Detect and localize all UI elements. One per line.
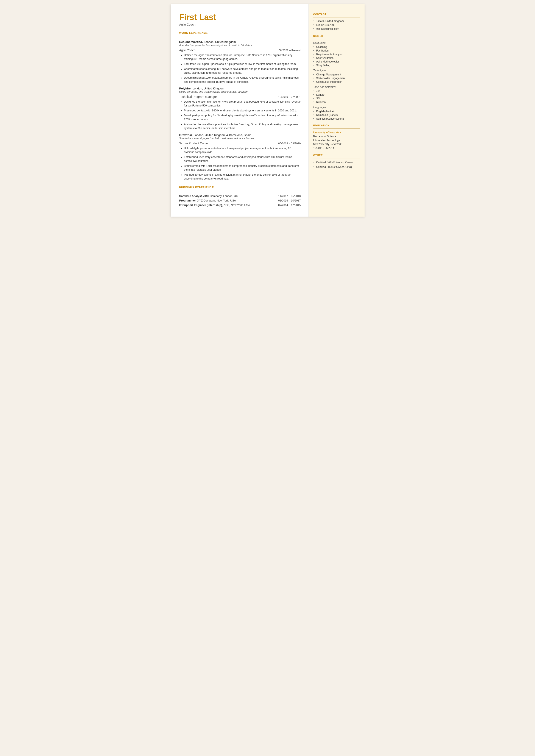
job-2-company-line: Polyhire, London, United Kingdom [179, 86, 301, 90]
job-3-dates: 06/2018 – 09/2019 [278, 142, 300, 145]
job-1-location: London, United Kingdom [204, 40, 236, 43]
job-1: Resume Worded, London, United Kingdom A … [179, 40, 301, 84]
hard-skills-label: Hard Skills: [313, 42, 360, 44]
hard-skill-2: Facilitation [313, 49, 360, 52]
skills-section: SKILLS Hard Skills: Coaching Facilitatio… [313, 35, 360, 120]
job-2: Polyhire, London, United Kingdom Helps p… [179, 86, 301, 130]
job-1-row: Agile Coach 08/2021 – Present [179, 48, 301, 52]
contact-section: CONTACT Salford, United Kingdom +44 1234… [313, 13, 360, 30]
job-2-bullets: Designed the user interface for RW's pil… [179, 100, 301, 130]
previous-experience-header: PREVIOUS EXPERIENCE [179, 186, 301, 189]
prev-job-3-company: ABC, New York, USA [223, 204, 250, 207]
job-2-bullet-3: Developed group policy for file sharing … [184, 114, 301, 121]
other-section: OTHER Certified SAFe® Product Owner Cert… [313, 154, 360, 169]
job-3-bullet-2: Established user story acceptance standa… [184, 155, 301, 163]
prev-job-3-dates: 07/2014 – 12/2015 [278, 204, 300, 207]
prev-job-2-row: Programmer, XYZ Company, New York, USA 0… [179, 199, 301, 202]
prev-job-2-company: XYZ Company, New York, USA [196, 199, 236, 202]
contact-phone: +44 1234567890 [313, 23, 360, 26]
other-list: Certified SAFe® Product Owner Certified … [313, 160, 360, 169]
technique-3: Continuous Integration [313, 80, 360, 83]
tools-list: Jira Kanban SQL Rubicon [313, 90, 360, 104]
techniques-label: Techniques: [313, 69, 360, 72]
edu-field: Information Technology [313, 138, 360, 142]
edu-degree: Bachelor of Science [313, 134, 360, 138]
job-1-bullets: Defined the agile transformation plan fo… [179, 53, 301, 84]
contact-header: CONTACT [313, 13, 360, 15]
job-3-title: Scrum Product Owner [179, 142, 209, 145]
work-divider [179, 37, 301, 37]
job-2-dates: 10/2019 – 07/2021 [278, 96, 300, 98]
resume-container: First Last Agile Coach WORK EXPERIENCE R… [171, 4, 365, 216]
job-3-bullet-1: Utilized Agile procedures to foster a tr… [184, 146, 301, 154]
prev-job-1-title: Software Analyst, [179, 194, 203, 198]
languages-label: Languages: [313, 106, 360, 109]
job-1-bullet-1: Defined the agile transformation plan fo… [184, 53, 301, 61]
technique-2: Stakeholder Engagement [313, 77, 360, 80]
job-1-bullet-4: Decommissioned 120+ outdated servers in … [184, 76, 301, 84]
language-1: English (Native) [313, 110, 360, 113]
job-2-row: Technical Program Manager 10/2019 – 07/2… [179, 95, 301, 98]
job-1-desc: A lender that provides home equity lines… [179, 44, 301, 47]
job-1-bullet-3: Coordinated efforts among 40+ software d… [184, 67, 301, 75]
hard-skill-3: Requirements Analysis [313, 53, 360, 56]
previous-experience-section: PREVIOUS EXPERIENCE Software Analyst, AB… [179, 186, 301, 207]
prev-divider [179, 191, 301, 191]
prev-job-1-left: Software Analyst, ABC Company, London, U… [179, 194, 238, 198]
job-3-bullets: Utilized Agile procedures to foster a tr… [179, 146, 301, 181]
hard-skill-5: Agile Methodologies [313, 60, 360, 63]
job-1-company: Resume Worded, [179, 40, 203, 43]
job-2-title: Technical Program Manager [179, 95, 217, 98]
hard-skill-1: Coaching [313, 45, 360, 48]
contact-divider [313, 17, 360, 17]
other-divider [313, 158, 360, 158]
languages-list: English (Native) Romanian (Native) Spani… [313, 110, 360, 120]
contact-address: Salford, United Kingdom [313, 20, 360, 23]
tool-3: SQL [313, 97, 360, 100]
other-item-2: Certified Product Owner (CPO) [313, 165, 360, 169]
skills-divider [313, 39, 360, 39]
job-2-desc: Helps personal, and wealth clients build… [179, 90, 301, 93]
job-3-company-line: Growthsi, London, United Kingdom & Barce… [179, 133, 301, 137]
contact-list: Salford, United Kingdom +44 1234567890 f… [313, 20, 360, 30]
prev-job-2-dates: 01/2016 – 10/2017 [278, 199, 300, 202]
education-divider [313, 128, 360, 129]
job-3-bullet-4: Planned 30-day sprints in a time-efficie… [184, 173, 301, 181]
tool-1: Jira [313, 90, 360, 93]
edu-school: University of New York [313, 131, 360, 134]
title: Agile Coach [179, 23, 301, 26]
job-1-company-line: Resume Worded, London, United Kingdom [179, 40, 301, 44]
job-3-bullet-3: Brainstormed with 140+ stakeholders to c… [184, 164, 301, 172]
job-2-bullet-1: Designed the user interface for RW's pil… [184, 100, 301, 107]
right-column: CONTACT Salford, United Kingdom +44 1234… [309, 4, 365, 216]
prev-job-1-company: ABC Company, London, UK [203, 194, 238, 198]
contact-email: first.last@gmail.com [313, 27, 360, 30]
name: First Last [179, 13, 301, 22]
prev-job-1-dates: 11/2017 – 05/2018 [278, 195, 300, 198]
prev-job-3-title: IT Support Engineer (Internship), [179, 204, 223, 207]
prev-job-2-title: Programmer, [179, 199, 196, 202]
prev-job-1-row: Software Analyst, ABC Company, London, U… [179, 194, 301, 198]
tool-4: Rubicon [313, 101, 360, 104]
job-3: Growthsi, London, United Kingdom & Barce… [179, 133, 301, 181]
hard-skill-6: Story Telling [313, 64, 360, 67]
job-1-dates: 08/2021 – Present [279, 49, 300, 52]
job-2-bullet-4: Advised on technical best practices for … [184, 123, 301, 130]
job-3-company: Growthsi, [179, 133, 193, 137]
prev-job-3-left: IT Support Engineer (Internship), ABC, N… [179, 204, 250, 207]
language-3: Spanish (Conversational) [313, 117, 360, 120]
prev-job-3-row: IT Support Engineer (Internship), ABC, N… [179, 204, 301, 207]
tools-label: Tools and Software: [313, 86, 360, 89]
other-header: OTHER [313, 154, 360, 156]
edu-dates: 10/2011 - 06/2014 [313, 146, 360, 150]
job-3-location: London, United Kingdom & Barcelona, Spai… [193, 133, 251, 137]
job-2-location: London, United Kingdom [192, 87, 225, 90]
prev-job-2-left: Programmer, XYZ Company, New York, USA [179, 199, 236, 202]
left-column: First Last Agile Coach WORK EXPERIENCE R… [171, 4, 309, 216]
job-3-desc: Specializes in mortgages that help custo… [179, 137, 301, 140]
edu-location: New York City, New York [313, 142, 360, 146]
job-2-bullet-2: Preserved contact with 3400+ end-user cl… [184, 109, 301, 113]
job-1-title: Agile Coach [179, 48, 196, 52]
technique-1: Change Management [313, 73, 360, 76]
other-item-1: Certified SAFe® Product Owner [313, 160, 360, 164]
